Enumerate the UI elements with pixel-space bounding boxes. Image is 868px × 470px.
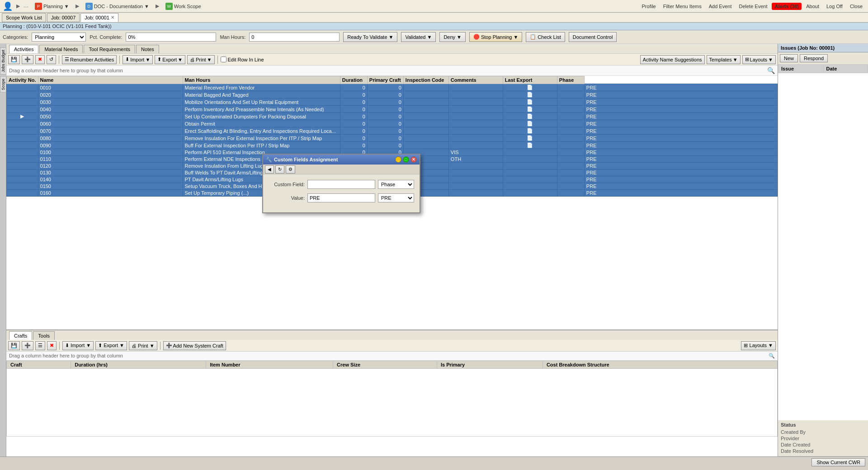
- value-text-input[interactable]: [307, 193, 375, 202]
- crafts-delete-button[interactable]: ✖: [47, 341, 57, 350]
- col-header-phase[interactable]: Phase: [557, 76, 584, 84]
- crafts-print-button[interactable]: 🖨 Print ▼: [129, 341, 157, 350]
- nav-arrow-1: ▶: [16, 3, 20, 9]
- export-button[interactable]: ⬆ Export ▼: [155, 55, 185, 64]
- col-header-duration[interactable]: Duration: [340, 76, 367, 84]
- edit-row-inline-checkbox[interactable]: [221, 56, 226, 62]
- tab-job-00007[interactable]: Job: 00007: [47, 13, 80, 22]
- modal-refresh-button[interactable]: ↻: [275, 165, 284, 174]
- filter-menu-link[interactable]: Filter Menu Items: [660, 3, 704, 10]
- table-row[interactable]: 0070Erect Scaffolding At Blinding, Entry…: [7, 127, 778, 135]
- respond-button[interactable]: Respond: [800, 54, 828, 62]
- expand-icon[interactable]: ▶: [7, 113, 38, 120]
- table-row[interactable]: 0010Material Received From Vendor00📄PRE: [7, 84, 778, 91]
- subtab-activities[interactable]: Activities: [9, 45, 38, 53]
- subtab-tool-requirements[interactable]: Tool Requirements: [84, 45, 135, 53]
- cell-last-export: [557, 163, 584, 169]
- col-header-primary-craft[interactable]: Primary Craft: [367, 76, 403, 84]
- refresh-button[interactable]: ↺: [47, 55, 56, 64]
- pct-complete-input[interactable]: [126, 33, 216, 42]
- modal-maximize-button[interactable]: □: [403, 156, 409, 163]
- crafts-tab-crafts[interactable]: Crafts: [9, 331, 32, 340]
- crafts-area: Crafts Tools 💾 ➕ ☰ ✖ ⬇ Import ▼ ⬆ Export…: [6, 330, 778, 456]
- modal-minimize-button[interactable]: _: [395, 156, 401, 163]
- add-event-link[interactable]: Add Event: [706, 3, 735, 10]
- about-link[interactable]: About: [803, 3, 822, 10]
- crafts-list-button[interactable]: ☰: [35, 341, 45, 350]
- sidetab-scope[interactable]: Scope: [0, 76, 6, 93]
- crafts-col-cost-breakdown[interactable]: Cost Breakdown Structure: [542, 361, 777, 369]
- crafts-col-duration[interactable]: Duration (hrs): [71, 361, 206, 369]
- new-issue-button[interactable]: New: [780, 54, 798, 62]
- crafts-search-icon[interactable]: 🔍: [769, 353, 775, 359]
- col-header-inspection-code[interactable]: Inspection Code: [403, 76, 448, 84]
- templates-button[interactable]: Templates ▼: [707, 55, 741, 64]
- tab-job-00001[interactable]: Job: 00001 ✕: [80, 13, 118, 22]
- col-header-comments[interactable]: Comments: [448, 76, 503, 84]
- sidetab-jobs-budget[interactable]: Jobs Budget: [0, 47, 6, 75]
- col-header-man-hours[interactable]: Man Hours: [183, 76, 340, 84]
- deny-button[interactable]: Deny ▼: [439, 32, 466, 42]
- tab-close-icon[interactable]: ✕: [111, 15, 114, 20]
- table-row[interactable]: 0040Perform Inventory And Preassemble Ne…: [7, 106, 778, 113]
- add-new-system-craft-button[interactable]: ➕ Add New System Craft: [163, 341, 226, 350]
- custom-field-select[interactable]: Phase: [378, 180, 414, 189]
- import-icon: ⬇: [125, 56, 129, 62]
- crafts-import-button[interactable]: ⬇ Import ▼: [62, 341, 94, 350]
- tab-scope-work-list[interactable]: Scope Work List: [2, 13, 46, 22]
- value-select[interactable]: PRE: [378, 193, 414, 202]
- renumber-activities-button[interactable]: ☰ Renumber Activities: [62, 55, 117, 64]
- logoff-link[interactable]: Log Off: [824, 3, 845, 10]
- modal-close-button[interactable]: ✕: [410, 156, 417, 163]
- table-row[interactable]: ▶0050Set Up Contaminated Dumpsters For P…: [7, 113, 778, 120]
- alerts-badge[interactable]: Alerts (38): [772, 3, 802, 10]
- crafts-add-button[interactable]: ➕: [22, 341, 33, 350]
- validated-button[interactable]: Validated ▼: [401, 32, 436, 42]
- table-row[interactable]: 0090Buff For External Inspection Per ITP…: [7, 142, 778, 149]
- profile-link[interactable]: Profile: [639, 3, 659, 10]
- add-row-button[interactable]: ➕: [22, 55, 33, 64]
- table-row[interactable]: 0030Mobilize Orientations And Set Up Ren…: [7, 99, 778, 106]
- col-header-no[interactable]: Activity No.: [7, 76, 38, 84]
- stop-planning-dropdown-arrow: ▼: [513, 34, 518, 40]
- custom-field-text-input[interactable]: [307, 180, 375, 189]
- crafts-export-button[interactable]: ⬆ Export ▼: [95, 341, 127, 350]
- document-control-button[interactable]: Document Control: [569, 32, 617, 42]
- validated-dropdown-arrow: ▼: [427, 34, 432, 40]
- crafts-tab-tools[interactable]: Tools: [33, 331, 55, 340]
- activity-name-suggestions-button[interactable]: Activity Name Suggestions: [640, 55, 705, 64]
- ready-to-validate-button[interactable]: Ready To Validate ▼: [343, 32, 397, 42]
- crafts-save-button[interactable]: 💾: [8, 341, 20, 350]
- table-row[interactable]: 0020Material Bagged And Tagged00📄PRE: [7, 91, 778, 99]
- table-row[interactable]: 0060Obtain Permit00📄PRE: [7, 120, 778, 127]
- subtab-material-needs[interactable]: Material Needs: [39, 45, 83, 53]
- show-current-cwr-button[interactable]: Show Current CWR: [811, 458, 865, 466]
- nav-workscope[interactable]: W Work Scope: [163, 2, 204, 11]
- crafts-col-item-number[interactable]: Item Number: [206, 361, 333, 369]
- subtab-notes[interactable]: Notes: [136, 45, 159, 53]
- crafts-layouts-button[interactable]: ⊞ Layouts ▼: [741, 341, 776, 350]
- crafts-col-crew-size[interactable]: Crew Size: [333, 361, 437, 369]
- edit-row-inline-label[interactable]: Edit Row In Line: [221, 56, 264, 62]
- table-row[interactable]: 0080Remove Insulation For External Inspe…: [7, 135, 778, 142]
- delete-row-button[interactable]: ✖: [35, 55, 45, 64]
- modal-back-button[interactable]: ◀: [265, 165, 274, 174]
- col-header-name[interactable]: Name: [38, 76, 183, 84]
- save-button[interactable]: 💾: [8, 55, 20, 64]
- nav-planning[interactable]: P Planning ▼: [32, 2, 72, 11]
- stop-planning-button[interactable]: 🛑 Stop Planning ▼: [469, 32, 522, 42]
- col-header-last-export[interactable]: Last Export: [503, 76, 557, 84]
- check-list-button[interactable]: 📋 Check List: [526, 32, 565, 42]
- print-button[interactable]: 🖨 Print ▼: [187, 55, 215, 64]
- man-hours-input[interactable]: [249, 33, 340, 42]
- nav-doc[interactable]: D DOC - Documentation ▼: [83, 2, 152, 11]
- categories-select[interactable]: Planning: [32, 33, 86, 42]
- delete-event-link[interactable]: Delete Event: [736, 3, 770, 10]
- crafts-col-craft[interactable]: Craft: [7, 361, 71, 369]
- activity-search-icon[interactable]: 🔍: [767, 67, 775, 74]
- import-button[interactable]: ⬇ Import ▼: [123, 55, 153, 64]
- modal-settings-button[interactable]: ⚙: [286, 165, 295, 174]
- close-link[interactable]: Close: [847, 3, 865, 10]
- crafts-col-is-primary[interactable]: Is Primary: [437, 361, 542, 369]
- layouts-button[interactable]: ⊞ Layouts ▼: [742, 55, 776, 64]
